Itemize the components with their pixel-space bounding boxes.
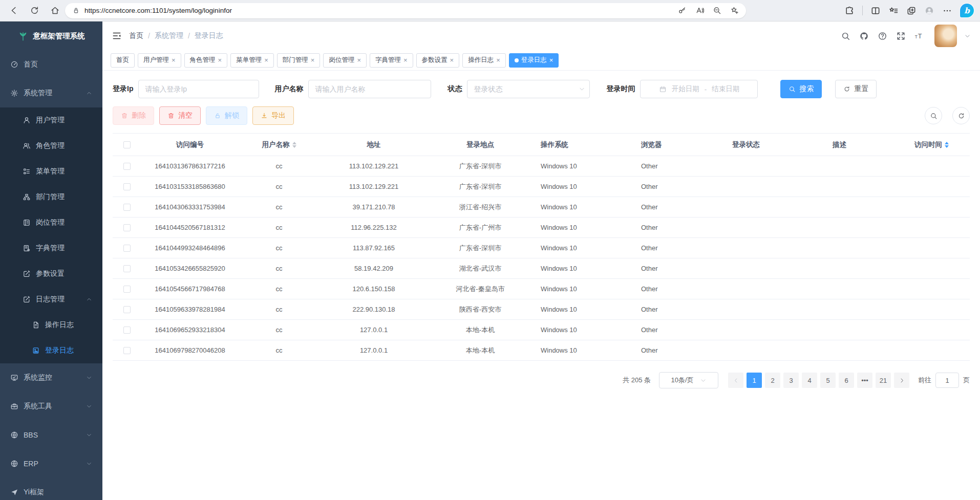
tab-role-management[interactable]: 角色管理× [184, 53, 228, 68]
reset-button[interactable]: 重置 [835, 80, 877, 98]
tab-login-log[interactable]: 登录日志× [509, 53, 559, 68]
breadcrumb-item[interactable]: 首页 [129, 31, 143, 40]
close-icon[interactable]: × [357, 57, 361, 63]
cell-visit-time [906, 320, 970, 340]
sidebar-item-operation-log[interactable]: 操作日志 [0, 312, 102, 338]
profile-icon[interactable] [924, 6, 934, 16]
next-page-button[interactable] [894, 373, 909, 388]
read-aloud-icon[interactable] [695, 6, 704, 15]
row-checkbox[interactable] [123, 286, 131, 293]
tab-dept-management[interactable]: 部门管理× [277, 53, 321, 68]
page-button-5[interactable]: 5 [820, 373, 836, 388]
tab-dict-management[interactable]: 字典管理× [370, 53, 413, 68]
row-checkbox[interactable] [123, 347, 131, 354]
home-icon[interactable] [50, 6, 60, 15]
sidebar-item-user-management[interactable]: 用户管理 [0, 107, 102, 133]
sidebar-item-login-log[interactable]: 登录日志 [0, 338, 102, 363]
row-checkbox[interactable] [123, 306, 131, 313]
refresh-table-button[interactable] [952, 107, 970, 124]
font-size-icon[interactable]: TT [914, 31, 924, 41]
avatar-caret-icon[interactable] [964, 33, 971, 39]
page-size-select[interactable]: 10条/页 [659, 372, 718, 388]
row-checkbox[interactable] [123, 224, 131, 231]
tab-menu-management[interactable]: 菜单管理× [230, 53, 274, 68]
export-button[interactable]: 导出 [252, 106, 294, 125]
sidebar-item-dept-management[interactable]: 部门管理 [0, 184, 102, 210]
close-icon[interactable]: × [264, 57, 268, 63]
tab-post-management[interactable]: 岗位管理× [323, 53, 367, 68]
ip-input[interactable] [138, 80, 259, 98]
fullscreen-icon[interactable] [896, 31, 906, 41]
search-button[interactable]: 搜索 [780, 80, 822, 98]
page-button-2[interactable]: 2 [765, 373, 780, 388]
close-icon[interactable]: × [403, 57, 408, 63]
more-pages-button[interactable]: ••• [857, 373, 872, 388]
status-select[interactable] [467, 80, 590, 98]
sidebar-item-menu-management[interactable]: 菜单管理 [0, 159, 102, 184]
menu-fold-icon[interactable] [112, 31, 122, 41]
username-input[interactable] [308, 80, 431, 98]
close-icon[interactable]: × [311, 57, 315, 63]
favorite-add-icon[interactable] [730, 6, 739, 15]
tab-operation-log[interactable]: 操作日志× [462, 53, 506, 68]
more-icon[interactable] [942, 6, 952, 16]
row-checkbox[interactable] [123, 327, 131, 334]
github-icon[interactable] [859, 31, 869, 41]
goto-page-input[interactable] [935, 373, 959, 388]
row-checkbox[interactable] [123, 204, 131, 211]
copilot-icon[interactable]: b [960, 4, 974, 17]
sidebar-item-post-management[interactable]: 岗位管理 [0, 210, 102, 235]
sidebar-item-home[interactable]: 首页 [0, 50, 102, 79]
sidebar-item-dict-management[interactable]: 字典管理 [0, 235, 102, 261]
collections-icon[interactable] [888, 6, 899, 16]
row-checkbox[interactable] [123, 245, 131, 252]
sidebar-item-log-management[interactable]: 日志管理 [0, 287, 102, 312]
column-header-cell[interactable]: 访问时间 [914, 140, 962, 149]
close-icon[interactable]: × [496, 57, 500, 63]
page-button-6[interactable]: 6 [839, 373, 854, 388]
delete-button[interactable]: 删除 [113, 106, 154, 125]
row-checkbox[interactable] [123, 183, 131, 190]
clear-button[interactable]: 清空 [159, 106, 201, 125]
tab-actions-icon[interactable] [906, 6, 917, 16]
refresh-icon[interactable] [30, 6, 39, 15]
user-avatar[interactable] [934, 25, 957, 47]
column-header-cell[interactable]: 用户名称 [247, 140, 311, 149]
sidebar-item-bbs[interactable]: BBS [0, 421, 102, 449]
sidebar-item-param-settings[interactable]: 参数设置 [0, 261, 102, 287]
address-bar[interactable]: https://ccnetcore.com:1101/system/log/lo… [65, 3, 746, 18]
unlock-button[interactable]: 解锁 [206, 106, 247, 125]
sort-carets-icon[interactable] [292, 142, 296, 148]
help-icon[interactable] [878, 31, 887, 41]
close-icon[interactable]: × [218, 57, 222, 63]
split-screen-icon[interactable] [870, 6, 881, 16]
show-search-button[interactable] [925, 107, 942, 124]
tab-user-management[interactable]: 用户管理× [138, 53, 181, 68]
sort-carets-icon[interactable] [945, 142, 949, 148]
search-icon[interactable] [841, 31, 850, 41]
back-icon[interactable] [9, 6, 19, 15]
zoom-out-icon[interactable] [713, 6, 721, 15]
sidebar-item-system-monitor[interactable]: 系统监控 [0, 363, 102, 392]
key-icon[interactable] [678, 6, 687, 15]
sidebar-item-yi-framework[interactable]: Yi框架 [0, 478, 102, 500]
close-icon[interactable]: × [450, 57, 454, 63]
browser-essentials-icon[interactable] [844, 6, 855, 16]
row-checkbox[interactable] [123, 163, 131, 170]
page-button-3[interactable]: 3 [783, 373, 799, 388]
prev-page-button[interactable] [728, 373, 743, 388]
date-range-input[interactable]: 开始日期 - 结束日期 [640, 80, 758, 98]
select-all-checkbox[interactable] [123, 141, 131, 148]
page-button-21[interactable]: 21 [876, 373, 891, 388]
close-icon[interactable]: × [172, 57, 176, 63]
sidebar-item-system-management[interactable]: 系统管理 [0, 79, 102, 107]
close-icon[interactable]: × [549, 57, 553, 63]
page-button-1[interactable]: 1 [747, 373, 762, 388]
sidebar-item-erp[interactable]: ERP [0, 449, 102, 478]
tab-param-settings[interactable]: 参数设置× [416, 53, 460, 68]
row-checkbox[interactable] [123, 265, 131, 272]
sidebar-item-role-management[interactable]: 角色管理 [0, 133, 102, 159]
sidebar-item-system-tools[interactable]: 系统工具 [0, 392, 102, 421]
tab-home[interactable]: 首页 [111, 53, 135, 68]
page-button-4[interactable]: 4 [802, 373, 817, 388]
